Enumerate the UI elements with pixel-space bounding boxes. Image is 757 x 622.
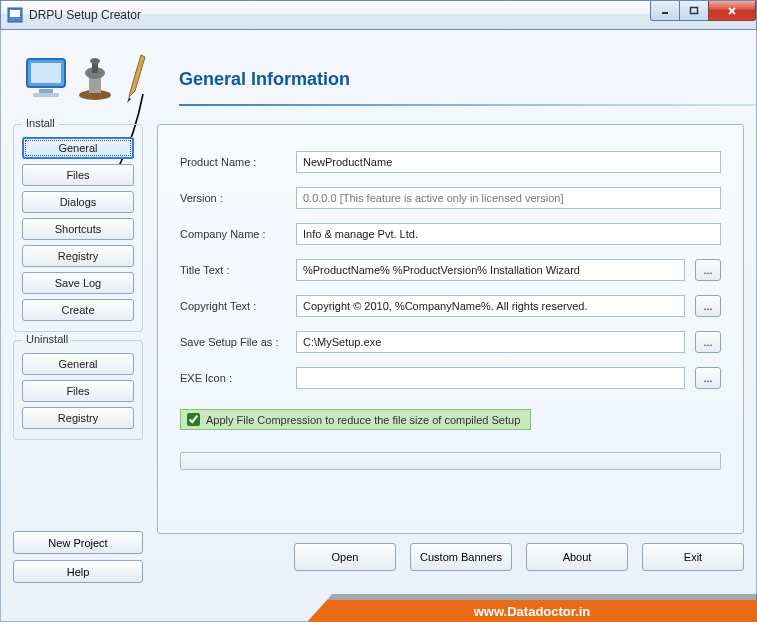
svg-point-14: [90, 58, 100, 64]
bottom-left-buttons: New Project Help: [13, 531, 143, 583]
company-input[interactable]: [296, 223, 721, 245]
new-project-button[interactable]: New Project: [13, 531, 143, 554]
row-exe-icon: EXE Icon : ...: [180, 367, 721, 389]
window-controls: [651, 1, 756, 21]
sidebar-install-shortcuts[interactable]: Shortcuts: [22, 218, 134, 240]
about-button[interactable]: About: [526, 543, 628, 571]
bottom-right-buttons: Open Custom Banners About Exit: [294, 543, 744, 571]
sidebar-install-files[interactable]: Files: [22, 164, 134, 186]
row-title-text: Title Text : ...: [180, 259, 721, 281]
row-version: Version :: [180, 187, 721, 209]
row-product-name: Product Name :: [180, 151, 721, 173]
svg-rect-9: [33, 93, 59, 97]
sidebar-install-dialogs[interactable]: Dialogs: [22, 191, 134, 213]
header-area: General Information: [13, 40, 744, 118]
copyright-label: Copyright Text :: [180, 300, 286, 312]
save-setup-input[interactable]: [296, 331, 685, 353]
copyright-browse-button[interactable]: ...: [695, 295, 721, 317]
compression-label: Apply File Compression to reduce the fil…: [206, 414, 520, 426]
save-setup-label: Save Setup File as :: [180, 336, 286, 348]
footer-url: www.Datadoctor.in: [474, 604, 591, 619]
progress-bar: [180, 452, 721, 470]
exe-icon-label: EXE Icon :: [180, 372, 286, 384]
exe-icon-input[interactable]: [296, 367, 685, 389]
maximize-button[interactable]: [679, 1, 709, 21]
product-name-label: Product Name :: [180, 156, 286, 168]
sidebar-install-general[interactable]: General: [22, 137, 134, 159]
header-icons: [23, 53, 151, 105]
close-button[interactable]: [708, 1, 756, 21]
sidebar: Install General Files Dialogs Shortcuts …: [13, 124, 143, 534]
row-copyright: Copyright Text : ...: [180, 295, 721, 317]
title-text-label: Title Text :: [180, 264, 286, 276]
uninstall-group-title: Uninstall: [22, 333, 72, 345]
svg-rect-7: [31, 63, 61, 83]
sidebar-install-registry[interactable]: Registry: [22, 245, 134, 267]
window-body: General Information Install General File…: [0, 30, 757, 622]
copyright-input[interactable]: [296, 295, 685, 317]
compression-check-row[interactable]: Apply File Compression to reduce the fil…: [180, 409, 531, 430]
custom-banners-button[interactable]: Custom Banners: [410, 543, 512, 571]
footer-shadow: [307, 594, 757, 600]
monitor-icon: [23, 55, 73, 103]
sidebar-uninstall-general[interactable]: General: [22, 353, 134, 375]
compression-checkbox[interactable]: [187, 413, 200, 426]
open-button[interactable]: Open: [294, 543, 396, 571]
svg-rect-8: [39, 89, 53, 93]
window-title: DRPU Setup Creator: [29, 8, 141, 22]
minimize-button[interactable]: [650, 1, 680, 21]
stamp-icon: [75, 55, 119, 103]
main-row: Install General Files Dialogs Shortcuts …: [13, 124, 744, 534]
sidebar-uninstall-files[interactable]: Files: [22, 380, 134, 402]
app-icon: [7, 7, 23, 23]
svg-rect-3: [691, 7, 698, 13]
exit-button[interactable]: Exit: [642, 543, 744, 571]
main-panel: Product Name : Version : Company Name : …: [157, 124, 744, 534]
company-label: Company Name :: [180, 228, 286, 240]
titlebar: DRPU Setup Creator: [0, 0, 757, 30]
uninstall-group: Uninstall General Files Registry: [13, 340, 143, 440]
version-input[interactable]: [296, 187, 721, 209]
sidebar-install-create[interactable]: Create: [22, 299, 134, 321]
svg-rect-1: [10, 10, 20, 17]
save-setup-browse-button[interactable]: ...: [695, 331, 721, 353]
row-compression: Apply File Compression to reduce the fil…: [180, 403, 721, 430]
pen-icon: [121, 53, 151, 105]
install-group-title: Install: [22, 117, 59, 129]
sidebar-install-savelog[interactable]: Save Log: [22, 272, 134, 294]
exe-icon-browse-button[interactable]: ...: [695, 367, 721, 389]
product-name-input[interactable]: [296, 151, 721, 173]
section-title: General Information: [179, 69, 350, 90]
install-group: Install General Files Dialogs Shortcuts …: [13, 124, 143, 332]
title-text-browse-button[interactable]: ...: [695, 259, 721, 281]
version-label: Version :: [180, 192, 286, 204]
row-save-setup: Save Setup File as : ...: [180, 331, 721, 353]
help-button[interactable]: Help: [13, 560, 143, 583]
sidebar-uninstall-registry[interactable]: Registry: [22, 407, 134, 429]
title-text-input[interactable]: [296, 259, 685, 281]
footer-banner: www.Datadoctor.in: [307, 600, 757, 622]
bottom-row: New Project Help Open Custom Banners Abo…: [13, 531, 744, 583]
row-company: Company Name :: [180, 223, 721, 245]
